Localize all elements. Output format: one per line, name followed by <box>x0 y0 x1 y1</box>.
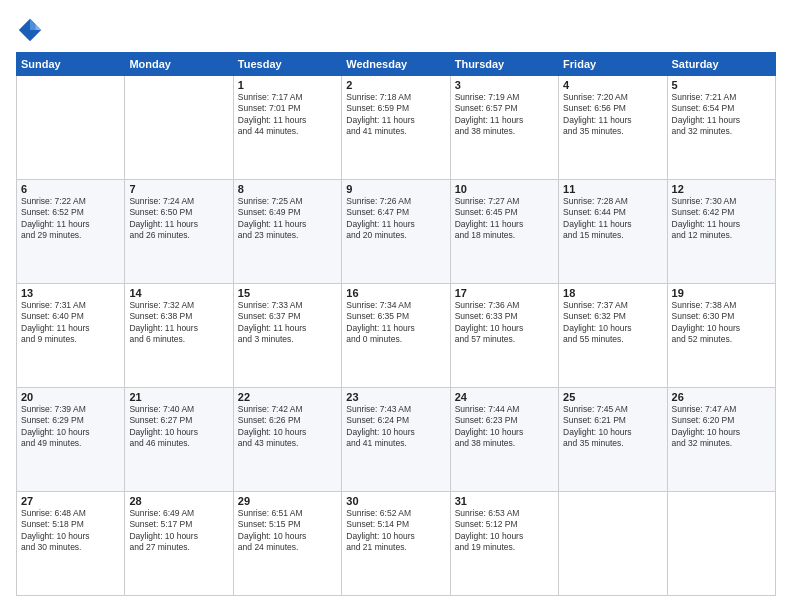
calendar-cell: 21Sunrise: 7:40 AM Sunset: 6:27 PM Dayli… <box>125 388 233 492</box>
day-number: 27 <box>21 495 120 507</box>
day-info: Sunrise: 7:45 AM Sunset: 6:21 PM Dayligh… <box>563 404 662 450</box>
day-number: 20 <box>21 391 120 403</box>
calendar-cell: 6Sunrise: 7:22 AM Sunset: 6:52 PM Daylig… <box>17 180 125 284</box>
day-number: 18 <box>563 287 662 299</box>
day-number: 19 <box>672 287 771 299</box>
calendar-cell: 24Sunrise: 7:44 AM Sunset: 6:23 PM Dayli… <box>450 388 558 492</box>
weekday-header-monday: Monday <box>125 53 233 76</box>
calendar-cell: 31Sunrise: 6:53 AM Sunset: 5:12 PM Dayli… <box>450 492 558 596</box>
day-info: Sunrise: 7:25 AM Sunset: 6:49 PM Dayligh… <box>238 196 337 242</box>
day-info: Sunrise: 6:52 AM Sunset: 5:14 PM Dayligh… <box>346 508 445 554</box>
day-info: Sunrise: 7:30 AM Sunset: 6:42 PM Dayligh… <box>672 196 771 242</box>
day-number: 6 <box>21 183 120 195</box>
calendar-cell <box>17 76 125 180</box>
day-info: Sunrise: 7:39 AM Sunset: 6:29 PM Dayligh… <box>21 404 120 450</box>
day-info: Sunrise: 7:37 AM Sunset: 6:32 PM Dayligh… <box>563 300 662 346</box>
weekday-header-friday: Friday <box>559 53 667 76</box>
day-info: Sunrise: 7:33 AM Sunset: 6:37 PM Dayligh… <box>238 300 337 346</box>
calendar-cell: 15Sunrise: 7:33 AM Sunset: 6:37 PM Dayli… <box>233 284 341 388</box>
day-number: 8 <box>238 183 337 195</box>
day-info: Sunrise: 6:49 AM Sunset: 5:17 PM Dayligh… <box>129 508 228 554</box>
day-info: Sunrise: 7:28 AM Sunset: 6:44 PM Dayligh… <box>563 196 662 242</box>
logo-icon <box>16 16 44 44</box>
week-row-3: 20Sunrise: 7:39 AM Sunset: 6:29 PM Dayli… <box>17 388 776 492</box>
week-row-1: 6Sunrise: 7:22 AM Sunset: 6:52 PM Daylig… <box>17 180 776 284</box>
day-number: 21 <box>129 391 228 403</box>
day-number: 3 <box>455 79 554 91</box>
day-info: Sunrise: 6:51 AM Sunset: 5:15 PM Dayligh… <box>238 508 337 554</box>
day-info: Sunrise: 7:44 AM Sunset: 6:23 PM Dayligh… <box>455 404 554 450</box>
calendar-cell: 4Sunrise: 7:20 AM Sunset: 6:56 PM Daylig… <box>559 76 667 180</box>
calendar-cell: 3Sunrise: 7:19 AM Sunset: 6:57 PM Daylig… <box>450 76 558 180</box>
calendar-cell: 17Sunrise: 7:36 AM Sunset: 6:33 PM Dayli… <box>450 284 558 388</box>
calendar-cell: 13Sunrise: 7:31 AM Sunset: 6:40 PM Dayli… <box>17 284 125 388</box>
week-row-2: 13Sunrise: 7:31 AM Sunset: 6:40 PM Dayli… <box>17 284 776 388</box>
day-info: Sunrise: 7:36 AM Sunset: 6:33 PM Dayligh… <box>455 300 554 346</box>
day-info: Sunrise: 7:17 AM Sunset: 7:01 PM Dayligh… <box>238 92 337 138</box>
day-info: Sunrise: 7:27 AM Sunset: 6:45 PM Dayligh… <box>455 196 554 242</box>
day-info: Sunrise: 7:24 AM Sunset: 6:50 PM Dayligh… <box>129 196 228 242</box>
day-info: Sunrise: 7:26 AM Sunset: 6:47 PM Dayligh… <box>346 196 445 242</box>
day-number: 24 <box>455 391 554 403</box>
week-row-0: 1Sunrise: 7:17 AM Sunset: 7:01 PM Daylig… <box>17 76 776 180</box>
calendar-cell: 27Sunrise: 6:48 AM Sunset: 5:18 PM Dayli… <box>17 492 125 596</box>
calendar-cell: 1Sunrise: 7:17 AM Sunset: 7:01 PM Daylig… <box>233 76 341 180</box>
day-number: 2 <box>346 79 445 91</box>
weekday-header-wednesday: Wednesday <box>342 53 450 76</box>
calendar-cell: 20Sunrise: 7:39 AM Sunset: 6:29 PM Dayli… <box>17 388 125 492</box>
day-number: 9 <box>346 183 445 195</box>
calendar-cell: 8Sunrise: 7:25 AM Sunset: 6:49 PM Daylig… <box>233 180 341 284</box>
day-number: 28 <box>129 495 228 507</box>
calendar-cell: 9Sunrise: 7:26 AM Sunset: 6:47 PM Daylig… <box>342 180 450 284</box>
calendar-cell: 18Sunrise: 7:37 AM Sunset: 6:32 PM Dayli… <box>559 284 667 388</box>
weekday-header-row: SundayMondayTuesdayWednesdayThursdayFrid… <box>17 53 776 76</box>
calendar-cell: 25Sunrise: 7:45 AM Sunset: 6:21 PM Dayli… <box>559 388 667 492</box>
calendar-cell: 23Sunrise: 7:43 AM Sunset: 6:24 PM Dayli… <box>342 388 450 492</box>
day-number: 16 <box>346 287 445 299</box>
day-info: Sunrise: 7:38 AM Sunset: 6:30 PM Dayligh… <box>672 300 771 346</box>
calendar-cell <box>125 76 233 180</box>
day-info: Sunrise: 7:34 AM Sunset: 6:35 PM Dayligh… <box>346 300 445 346</box>
calendar-cell: 14Sunrise: 7:32 AM Sunset: 6:38 PM Dayli… <box>125 284 233 388</box>
calendar-cell: 19Sunrise: 7:38 AM Sunset: 6:30 PM Dayli… <box>667 284 775 388</box>
day-number: 5 <box>672 79 771 91</box>
weekday-header-saturday: Saturday <box>667 53 775 76</box>
calendar-cell: 10Sunrise: 7:27 AM Sunset: 6:45 PM Dayli… <box>450 180 558 284</box>
calendar-cell: 11Sunrise: 7:28 AM Sunset: 6:44 PM Dayli… <box>559 180 667 284</box>
page: SundayMondayTuesdayWednesdayThursdayFrid… <box>0 0 792 612</box>
day-info: Sunrise: 7:43 AM Sunset: 6:24 PM Dayligh… <box>346 404 445 450</box>
calendar-cell: 30Sunrise: 6:52 AM Sunset: 5:14 PM Dayli… <box>342 492 450 596</box>
day-number: 25 <box>563 391 662 403</box>
day-number: 30 <box>346 495 445 507</box>
day-info: Sunrise: 7:21 AM Sunset: 6:54 PM Dayligh… <box>672 92 771 138</box>
weekday-header-thursday: Thursday <box>450 53 558 76</box>
day-number: 26 <box>672 391 771 403</box>
day-info: Sunrise: 7:47 AM Sunset: 6:20 PM Dayligh… <box>672 404 771 450</box>
day-info: Sunrise: 7:20 AM Sunset: 6:56 PM Dayligh… <box>563 92 662 138</box>
day-number: 7 <box>129 183 228 195</box>
weekday-header-tuesday: Tuesday <box>233 53 341 76</box>
calendar-cell <box>559 492 667 596</box>
day-number: 10 <box>455 183 554 195</box>
day-number: 4 <box>563 79 662 91</box>
logo <box>16 16 48 44</box>
header <box>16 16 776 44</box>
day-number: 1 <box>238 79 337 91</box>
svg-marker-2 <box>36 19 42 30</box>
calendar-cell: 5Sunrise: 7:21 AM Sunset: 6:54 PM Daylig… <box>667 76 775 180</box>
day-info: Sunrise: 6:48 AM Sunset: 5:18 PM Dayligh… <box>21 508 120 554</box>
week-row-4: 27Sunrise: 6:48 AM Sunset: 5:18 PM Dayli… <box>17 492 776 596</box>
calendar-cell: 28Sunrise: 6:49 AM Sunset: 5:17 PM Dayli… <box>125 492 233 596</box>
weekday-header-sunday: Sunday <box>17 53 125 76</box>
day-info: Sunrise: 7:19 AM Sunset: 6:57 PM Dayligh… <box>455 92 554 138</box>
day-info: Sunrise: 7:40 AM Sunset: 6:27 PM Dayligh… <box>129 404 228 450</box>
calendar-cell: 22Sunrise: 7:42 AM Sunset: 6:26 PM Dayli… <box>233 388 341 492</box>
day-number: 29 <box>238 495 337 507</box>
day-info: Sunrise: 6:53 AM Sunset: 5:12 PM Dayligh… <box>455 508 554 554</box>
calendar-cell: 12Sunrise: 7:30 AM Sunset: 6:42 PM Dayli… <box>667 180 775 284</box>
day-info: Sunrise: 7:31 AM Sunset: 6:40 PM Dayligh… <box>21 300 120 346</box>
day-number: 11 <box>563 183 662 195</box>
calendar-cell: 7Sunrise: 7:24 AM Sunset: 6:50 PM Daylig… <box>125 180 233 284</box>
day-number: 23 <box>346 391 445 403</box>
day-info: Sunrise: 7:32 AM Sunset: 6:38 PM Dayligh… <box>129 300 228 346</box>
